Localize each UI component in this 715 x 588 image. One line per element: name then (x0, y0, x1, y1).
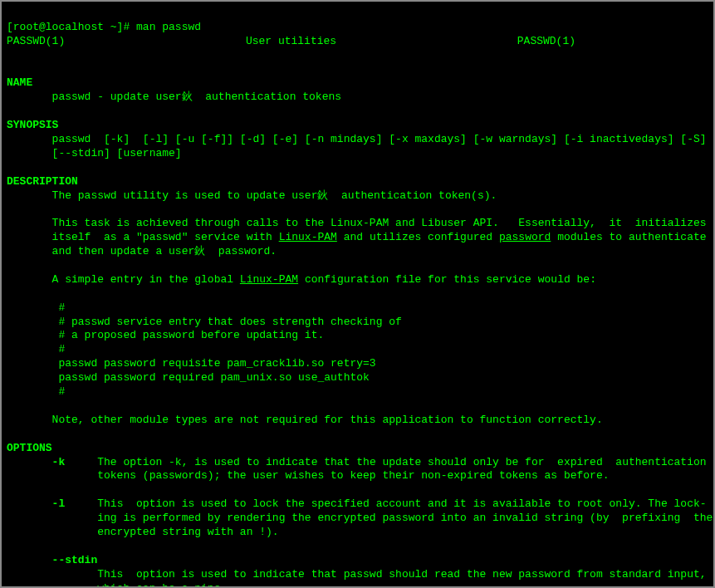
header-left: PASSWD(1) (7, 35, 65, 49)
opt-l-flag: -l (7, 497, 65, 510)
desc-line2b-post: modules to authenticate (551, 231, 706, 243)
shell-prompt: [root@localhost ~]# man passwd (7, 21, 201, 33)
cfg-line3: # a proposed password before updating it… (7, 329, 324, 341)
cfg-line4: # (7, 343, 65, 355)
link-linux-pam: Linux-PAM (279, 231, 337, 243)
cfg-line6: passwd password required pam_unix.so use… (7, 371, 370, 384)
section-name-title: NAME (7, 76, 32, 89)
cfg-line2: # passwd service entry that does strengt… (7, 316, 402, 328)
name-line: passwd - update user鈥 authentication tok… (7, 91, 341, 103)
man-header: PASSWD(1)User utilitiesPASSWD(1) (7, 35, 708, 49)
cfg-line5: passwd password requisite pam_cracklib.s… (7, 357, 376, 370)
opt-k-flag: -k (7, 456, 65, 468)
opt-k-line1: The option -k, is used to indicate that … (65, 456, 706, 468)
opt-stdin-line2: which can be a pipe. (7, 582, 227, 588)
header-center: User utilities (65, 35, 517, 49)
opt-l-line3: encrypted string with an !). (7, 526, 279, 538)
opt-l-line1: This option is used to lock the specifie… (65, 497, 706, 510)
desc-line3-post: configuration file for this service woul… (298, 273, 596, 286)
header-right: PASSWD(1) (517, 35, 708, 49)
section-options-title: OPTIONS (7, 442, 52, 454)
link-password: password (499, 231, 551, 243)
terminal-output[interactable]: [root@localhost ~]# man passwd PASSWD(1)… (7, 7, 708, 588)
desc-line1: The passwd utility is used to update use… (7, 189, 497, 202)
opt-l-line2: ing is performed by rendering the encryp… (7, 512, 713, 524)
synopsis-line1: passwd [-k] [-l] [-u [-f]] [-d] [-e] [-n… (7, 133, 707, 145)
desc-line3-pre: A simple entry in the global (7, 273, 240, 286)
desc-note: Note, other module types are not require… (7, 414, 603, 426)
section-synopsis-title: SYNOPSIS (7, 119, 58, 131)
opt-k-line2: tokens (passwords); the user wishes to k… (7, 469, 610, 482)
cfg-line1: # (7, 301, 65, 314)
desc-line2c: and then update a user鈥 password. (7, 245, 277, 257)
link-linux-pam-2: Linux-PAM (240, 273, 298, 286)
desc-line2a: This task is achieved through calls to t… (7, 217, 707, 229)
desc-line2b-mid: and utilizes configured (337, 231, 499, 243)
opt-stdin-flag: --stdin (7, 554, 97, 566)
opt-stdin-line1: This option is used to indicate that pas… (7, 568, 707, 581)
synopsis-line2: [--stdin] [username] (7, 147, 182, 159)
section-description-title: DESCRIPTION (7, 175, 78, 188)
desc-line2b-pre: itself as a "passwd" service with (7, 231, 279, 243)
cfg-line7: # (7, 385, 65, 398)
